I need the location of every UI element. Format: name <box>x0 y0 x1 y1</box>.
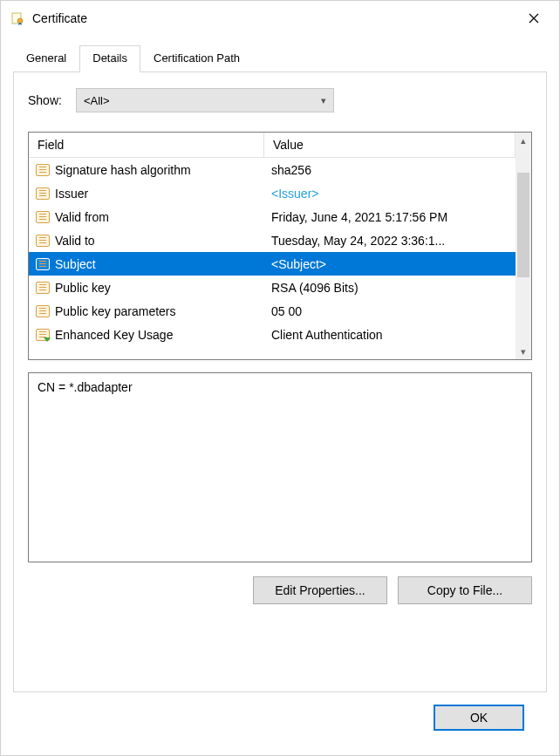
table-row[interactable]: Public keyRSA (4096 Bits) <box>29 276 516 299</box>
certificate-dialog: Certificate General Details Certificatio… <box>0 0 560 756</box>
field-value: Tuesday, May 24, 2022 3:36:1... <box>264 234 516 248</box>
field-name: Public key parameters <box>55 304 176 318</box>
table-row[interactable]: Enhanced Key UsageClient Authentication <box>29 323 516 346</box>
listview-header: Field Value <box>29 133 516 158</box>
ok-button[interactable]: OK <box>434 705 524 731</box>
table-row[interactable]: Issuer<Issuer> <box>29 181 516 205</box>
listview-rows: Signature hash algorithmsha256Issuer<Iss… <box>29 158 516 359</box>
scroll-thumb[interactable] <box>517 173 529 277</box>
fields-listview[interactable]: Field Value Signature hash algorithmsha2… <box>28 132 532 360</box>
header-value[interactable]: Value <box>264 133 516 157</box>
table-row[interactable]: Valid toTuesday, May 24, 2022 3:36:1... <box>29 228 516 252</box>
field-value: <Subject> <box>264 257 516 271</box>
field-name: Signature hash algorithm <box>55 163 191 177</box>
header-field[interactable]: Field <box>29 133 264 157</box>
field-value: sha256 <box>264 163 516 177</box>
field-name: Public key <box>55 281 111 295</box>
field-icon <box>36 235 50 247</box>
scroll-track[interactable] <box>516 148 531 344</box>
field-icon <box>36 164 50 176</box>
field-icon <box>36 282 50 294</box>
detail-textbox[interactable]: CN = *.dbadapter <box>28 372 532 562</box>
content: General Details Certification Path Show:… <box>1 36 559 755</box>
edit-properties-button[interactable]: Edit Properties... <box>253 576 387 604</box>
table-row[interactable]: Signature hash algorithmsha256 <box>29 158 516 181</box>
copy-to-file-button[interactable]: Copy to File... <box>398 576 532 604</box>
titlebar: Certificate <box>1 1 559 36</box>
table-row[interactable]: Valid fromFriday, June 4, 2021 5:17:56 P… <box>29 205 516 228</box>
tab-certification-path[interactable]: Certification Path <box>140 45 253 72</box>
field-value: Friday, June 4, 2021 5:17:56 PM <box>264 210 516 224</box>
field-icon <box>36 211 50 223</box>
field-value: RSA (4096 Bits) <box>264 281 516 295</box>
scrollbar-vertical[interactable]: ▴ ▾ <box>516 133 531 359</box>
certificate-icon <box>11 11 25 25</box>
close-button[interactable] <box>514 4 554 32</box>
scroll-up-icon[interactable]: ▴ <box>516 133 531 148</box>
dialog-footer: OK <box>13 692 547 743</box>
window-title: Certificate <box>31 11 514 25</box>
field-icon <box>36 187 50 200</box>
field-icon <box>36 305 50 317</box>
field-name: Valid from <box>55 210 109 224</box>
field-name: Issuer <box>55 187 88 201</box>
field-name: Enhanced Key Usage <box>55 328 173 342</box>
extension-icon <box>36 329 50 341</box>
tab-general[interactable]: General <box>13 45 79 72</box>
show-value: <All> <box>84 94 110 107</box>
field-value: Client Authentication <box>264 328 516 342</box>
tab-details[interactable]: Details <box>79 45 140 72</box>
show-dropdown[interactable]: <All> ▾ <box>76 88 334 112</box>
table-row[interactable]: Subject<Subject> <box>29 252 516 276</box>
panel-buttons: Edit Properties... Copy to File... <box>28 576 532 604</box>
tabs: General Details Certification Path <box>13 44 547 72</box>
field-value: 05 00 <box>264 304 516 318</box>
show-label: Show: <box>28 93 62 107</box>
field-icon <box>36 258 50 270</box>
scroll-down-icon[interactable]: ▾ <box>516 344 531 359</box>
field-value: <Issuer> <box>264 187 516 201</box>
details-panel: Show: <All> ▾ Field Value Signature hash… <box>13 72 547 692</box>
chevron-down-icon: ▾ <box>321 95 326 106</box>
field-name: Subject <box>55 257 96 271</box>
show-row: Show: <All> ▾ <box>28 88 532 112</box>
table-row[interactable]: Public key parameters05 00 <box>29 299 516 323</box>
field-name: Valid to <box>55 234 95 248</box>
